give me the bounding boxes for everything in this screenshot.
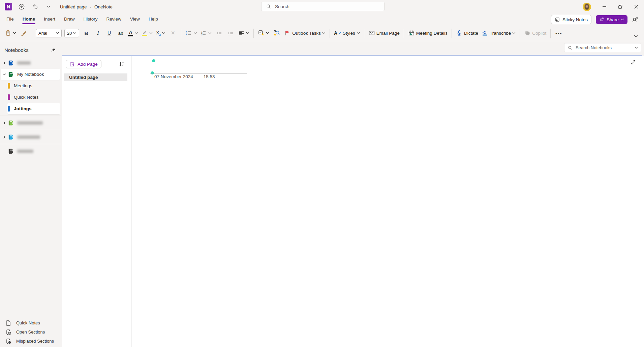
page-list-item-selected[interactable]: Untitled page — [64, 73, 127, 81]
tag-button[interactable] — [256, 28, 271, 38]
font-color-button[interactable]: A — [127, 28, 139, 38]
minimize-button[interactable] — [596, 0, 612, 13]
copilot-label: Copilot — [532, 31, 546, 36]
section-name: Quick Notes — [14, 95, 39, 100]
add-page-button[interactable]: Add Page — [66, 60, 101, 68]
styles-button[interactable]: A Styles — [333, 28, 361, 38]
notebook-item[interactable] — [1, 117, 60, 128]
compose-icon — [69, 62, 75, 67]
contacts-button[interactable] — [632, 16, 639, 23]
bold-button[interactable]: B — [81, 28, 92, 38]
maximize-icon — [617, 3, 624, 10]
search-notebooks-input[interactable]: Search Notebooks — [564, 43, 641, 52]
ribbon-divider — [253, 29, 254, 38]
chevron-down-icon — [512, 32, 516, 34]
outlook-tasks-label: Outlook Tasks — [292, 31, 321, 36]
sidebar-section-jottings[interactable]: Jottings — [7, 103, 60, 114]
undo-button[interactable] — [31, 2, 39, 11]
notebook-item-my-notebook[interactable]: My Notebook — [1, 69, 60, 80]
chevron-down-icon — [73, 32, 76, 34]
subscript-button[interactable]: X2 — [155, 28, 167, 38]
close-icon — [633, 3, 640, 10]
menu-view[interactable]: View — [126, 13, 144, 25]
expand-page-button[interactable] — [630, 59, 637, 66]
meeting-details-button[interactable]: Meeting Details — [407, 28, 449, 38]
highlight-button[interactable] — [140, 28, 154, 38]
sidebar-section-meetings[interactable]: Meetings — [7, 80, 60, 91]
share-icon — [599, 17, 605, 22]
open-sections-shortcut[interactable]: Open Sections — [0, 327, 61, 337]
back-button[interactable] — [18, 2, 26, 11]
strikethrough-button[interactable]: ab — [115, 28, 126, 38]
notebook-item[interactable] — [1, 57, 60, 68]
transcribe-button[interactable]: Transcribe — [480, 28, 517, 38]
paste-button[interactable] — [3, 28, 18, 38]
notebook-item[interactable] — [1, 131, 60, 143]
search-input[interactable]: Search — [261, 2, 385, 11]
format-painter-button[interactable] — [18, 28, 29, 38]
menubar: File Home Insert Draw History Review Vie… — [0, 13, 644, 25]
maximize-button[interactable] — [612, 0, 628, 13]
misplaced-sections-shortcut[interactable]: Misplaced Sections — [0, 337, 61, 346]
chevron-down-icon — [246, 32, 249, 34]
email-page-label: Email Page — [376, 31, 400, 36]
search-scope-chevron[interactable] — [635, 47, 638, 49]
decrease-indent-button — [214, 28, 224, 38]
menu-help[interactable]: Help — [144, 13, 162, 25]
more-commands-button[interactable]: ••• — [553, 28, 564, 38]
ribbon-divider — [32, 29, 32, 38]
menu-history[interactable]: History — [79, 13, 102, 25]
italic-button[interactable]: I — [92, 28, 103, 38]
quick-notes-shortcut[interactable]: Quick Notes — [0, 318, 61, 327]
pin-icon — [51, 48, 56, 53]
page-canvas[interactable]: 07 November 2024 15:53 — [132, 56, 644, 347]
contact-icon — [632, 16, 639, 23]
sidebar-section-quick-notes[interactable]: Quick Notes — [7, 92, 60, 103]
font-name-select[interactable]: Arial — [36, 29, 62, 37]
page-icon — [5, 320, 12, 326]
notebook-icon — [8, 148, 14, 155]
close-button[interactable] — [628, 0, 644, 13]
underline-button[interactable]: U — [104, 28, 115, 38]
bullet-list-icon — [185, 30, 192, 36]
minimize-icon — [603, 6, 606, 7]
numbered-list-button[interactable] — [199, 28, 213, 38]
chevron-down-icon — [13, 32, 16, 34]
ribbon-divider — [520, 29, 520, 38]
font-color-icon: A — [128, 30, 133, 36]
page-title-underline — [150, 73, 247, 73]
quick-access-chevron-button[interactable] — [44, 2, 53, 11]
alignment-icon — [238, 30, 245, 36]
notebook-item[interactable] — [1, 146, 60, 157]
chevron-down-icon — [162, 32, 165, 34]
sticky-notes-button[interactable]: Sticky Notes — [551, 15, 591, 24]
share-label: Share — [607, 17, 619, 22]
collapse-notebook-chevron[interactable] — [1, 73, 8, 75]
menu-file[interactable]: File — [2, 13, 18, 25]
email-page-button[interactable]: Email Page — [367, 28, 401, 38]
menu-draw[interactable]: Draw — [60, 13, 79, 25]
find-tags-button[interactable] — [271, 28, 282, 38]
alignment-button[interactable] — [237, 28, 251, 38]
sort-pages-button[interactable] — [119, 61, 125, 68]
chevron-down-icon — [322, 32, 326, 34]
ribbon-divider — [404, 29, 404, 38]
window-controls — [596, 0, 644, 13]
collapse-ribbon-button[interactable] — [634, 35, 638, 37]
expand-notebook-chevron[interactable] — [1, 121, 8, 125]
back-icon — [18, 3, 25, 10]
expand-notebook-chevron[interactable] — [1, 135, 8, 139]
menu-home[interactable]: Home — [18, 13, 40, 25]
pin-sidebar-button[interactable] — [51, 48, 56, 53]
dictate-button[interactable]: Dictate — [455, 28, 480, 38]
outlook-tasks-button[interactable]: Outlook Tasks — [283, 28, 327, 38]
expand-notebook-chevron[interactable] — [1, 61, 8, 65]
account-avatar[interactable] — [583, 3, 591, 11]
menu-review[interactable]: Review — [102, 13, 126, 25]
chevron-down-icon — [149, 32, 153, 34]
menu-insert[interactable]: Insert — [39, 13, 60, 25]
page-time: 15:53 — [204, 74, 215, 79]
font-size-select[interactable]: 20 — [64, 29, 79, 37]
bullet-list-button[interactable] — [184, 28, 198, 38]
share-button[interactable]: Share — [596, 15, 627, 24]
